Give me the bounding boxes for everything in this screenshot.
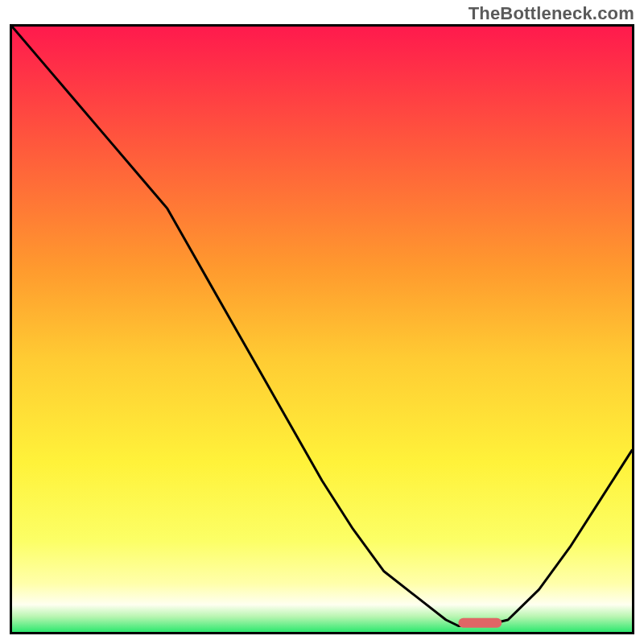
gradient-fill <box>12 27 632 632</box>
plot-area <box>10 24 634 634</box>
optimum-marker <box>458 618 502 628</box>
chart-svg <box>12 27 632 632</box>
chart-frame: TheBottleneck.com <box>0 0 644 644</box>
watermark-text: TheBottleneck.com <box>469 3 634 24</box>
